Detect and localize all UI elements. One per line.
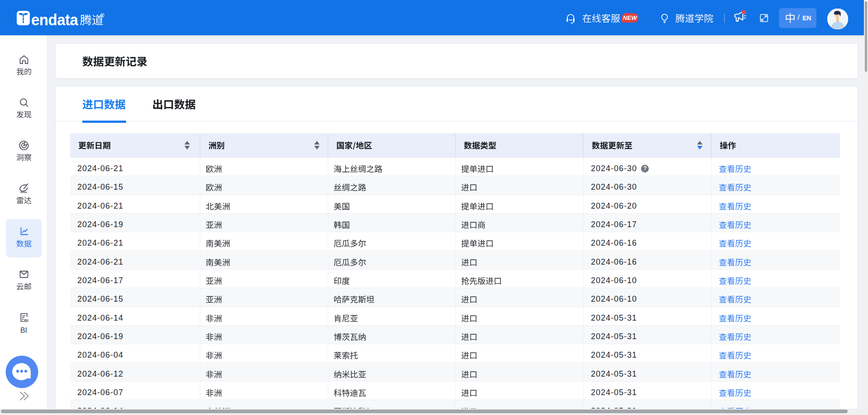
svg-text:BI: BI bbox=[24, 318, 28, 323]
